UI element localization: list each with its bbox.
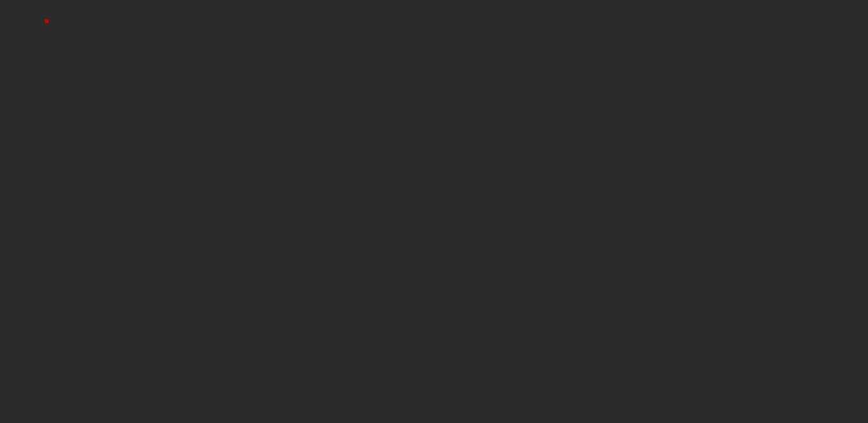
line-number-gutter [0, 0, 23, 423]
code-editor [0, 0, 868, 423]
code-area[interactable] [23, 0, 868, 423]
highlight-rectangle [45, 19, 49, 23]
